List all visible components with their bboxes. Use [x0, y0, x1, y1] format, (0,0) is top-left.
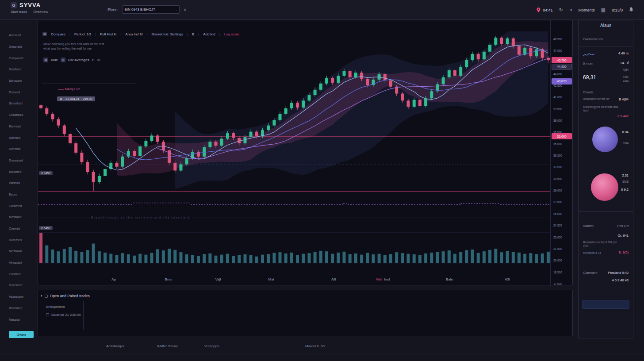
- tool-item[interactable]: Doseaced: [0, 155, 38, 166]
- ratio-label: 8:13/0: [612, 8, 623, 12]
- chevron-down-icon[interactable]: ▾: [92, 58, 94, 62]
- moments-label[interactable]: Moments: [579, 8, 595, 12]
- toolbar-item[interactable]: Area Ind M: [125, 32, 142, 36]
- status-item-4[interactable]: Marcel 6. 00: [305, 344, 325, 348]
- double-chevron-icon[interactable]: »: [184, 7, 187, 12]
- price-tag-purple: 43,070: [552, 78, 572, 84]
- mid-value-2: SMS: [622, 180, 629, 183]
- tool-item[interactable]: Aroomed: [0, 166, 38, 177]
- status-item-1[interactable]: Adssberger: [106, 344, 124, 348]
- tool-item[interactable]: Asseadom: [0, 291, 38, 303]
- bars-icon[interactable]: ▤: [61, 58, 65, 62]
- sparkline-icon: [583, 51, 595, 59]
- tool-item[interactable]: Brammed: [0, 303, 38, 314]
- secondary-value: 4(84: [623, 68, 629, 71]
- price-tick: 18,500: [553, 271, 562, 274]
- toolbar-item[interactable]: Full Hist H: [100, 32, 116, 36]
- tool-item[interactable]: Doremed: [0, 234, 38, 246]
- rail-action-button[interactable]: Gwen: [9, 331, 34, 338]
- price-tick: 20,000: [553, 259, 562, 262]
- watermark-text: Breakthrough at the territory and the st…: [91, 216, 190, 219]
- status-item-3[interactable]: Vutagriph: [204, 344, 219, 348]
- trades-checkbox[interactable]: [45, 295, 48, 298]
- search-label: Elven: [107, 8, 118, 12]
- divider: [42, 84, 137, 84]
- tool-item[interactable]: Messaad: [0, 211, 38, 223]
- add-indicator-button[interactable]: +0: [96, 58, 100, 62]
- tool-item[interactable]: Coastraad: [0, 109, 38, 121]
- tool-item[interactable]: Messod: [0, 314, 38, 325]
- price-tick: 17,000: [553, 282, 562, 285]
- time-axis-label: Vajl: [215, 277, 221, 281]
- nav-overview[interactable]: Overview: [33, 10, 48, 14]
- time-axis[interactable]: ApBruuVajlMaiAlilWal hodBaleA3l: [38, 264, 551, 286]
- toolbar-item[interactable]: Compare: [51, 32, 65, 36]
- indicator-value-box[interactable]: B 21,884.21 215.00: [57, 96, 95, 101]
- tool-item[interactable]: Esom: [0, 189, 38, 200]
- price-tick: 38,000: [553, 119, 562, 122]
- tool-item[interactable]: Poawad: [0, 86, 38, 98]
- toolbar-item[interactable]: Period: 1G: [74, 32, 91, 36]
- contrast-icon[interactable]: ◑: [569, 8, 572, 12]
- stats-line-2: Minimum a 04: [583, 251, 619, 255]
- price-tick: 32,000: [553, 165, 562, 169]
- tool-item[interactable]: Banswed: [0, 75, 38, 87]
- tool-item[interactable]: Coewed: [0, 223, 38, 234]
- divider: [579, 211, 633, 212]
- tool-item[interactable]: Doseread: [0, 280, 38, 291]
- chart-legend: ▦ Blue ▤ Bar Averages ▾ +0: [43, 58, 100, 62]
- refresh-icon[interactable]: ↻: [559, 8, 563, 12]
- toolbar-item[interactable]: Log scale: [224, 32, 239, 36]
- time-axis-label: Bale: [446, 277, 453, 281]
- overview-section-label[interactable]: Overview non: [583, 37, 603, 41]
- divider: [0, 354, 644, 354]
- tool-item[interactable]: Coamed: [0, 268, 38, 280]
- tool-item[interactable]: Inasead: [0, 177, 38, 189]
- mid-value-3: 0 9:2: [621, 188, 629, 192]
- chart-type-icon[interactable]: ▦: [42, 32, 47, 36]
- grid-icon[interactable]: ▦: [601, 8, 606, 12]
- price-chart[interactable]: [38, 31, 551, 264]
- toolbar-item[interactable]: Market Ind: Settings: [152, 32, 183, 36]
- legend-item-bar-averages[interactable]: Bar Averages: [68, 58, 89, 62]
- tool-item[interactable]: Greanard: [0, 41, 38, 53]
- status-bar: Adssberger 0-Mhz Szene Vutagriph Marcel …: [0, 342, 644, 352]
- stats-accent-value: B. 9(0): [618, 250, 629, 254]
- col-value-2: 4/64: [623, 80, 629, 83]
- nav-start-trade[interactable]: Start trade: [11, 10, 27, 14]
- toolbar-item[interactable]: Add Ind: [203, 32, 215, 36]
- alert-pin-icon[interactable]: [537, 6, 540, 14]
- toolbar-item[interactable]: B: [192, 32, 194, 36]
- time-label: 04:41: [543, 8, 553, 12]
- tool-item[interactable]: Alarmed: [0, 132, 38, 143]
- tool-item[interactable]: Saalbard: [0, 64, 38, 75]
- description-line-2: Marketing the best was and land: [583, 105, 619, 112]
- price-tag-pink: 36,000: [552, 133, 572, 139]
- balance-checkbox[interactable]: [46, 313, 49, 316]
- tool-item[interactable]: Bremsed: [0, 121, 38, 132]
- tool-item[interactable]: Messawd: [0, 246, 38, 257]
- topbar: G SYVVA Start trade Overview Elven BIN 0…: [0, 0, 644, 20]
- time-axis-label: Ap: [111, 277, 116, 281]
- collapse-caret-icon[interactable]: ▾: [41, 294, 42, 298]
- candles-icon[interactable]: ▦: [43, 58, 48, 62]
- legend-item-blue[interactable]: Blue: [51, 58, 58, 62]
- bell-icon[interactable]: [629, 7, 633, 13]
- trades-panel: ▾ Open and Paired trades Britisprenen Ba…: [38, 290, 573, 336]
- left-toolbar-list: AnaseedGreanardCasywoodSaalbardBanswedPo…: [0, 20, 38, 325]
- price-tick: 24,500: [553, 224, 562, 227]
- chart-info-line2: what was for writing the wall for me: [43, 46, 104, 51]
- tool-item[interactable]: Anaseed: [0, 30, 38, 41]
- ticker-input[interactable]: BIN 0943 BISHOJT :: [122, 5, 180, 14]
- tool-item[interactable]: Dimema: [0, 143, 38, 155]
- tool-item[interactable]: Greamed: [0, 200, 38, 211]
- panel-action-button[interactable]: [582, 300, 629, 309]
- tool-item[interactable]: Casywood: [0, 52, 38, 64]
- status-item-2[interactable]: 0-Mhz Szene: [157, 344, 178, 348]
- tool-item[interactable]: Seterrbod: [0, 98, 38, 109]
- tool-item[interactable]: Airwaved: [0, 257, 38, 269]
- topbar-actions: 04:41 ↻ ◑ Moments ▦ 8:13/0: [537, 0, 633, 20]
- price-axis[interactable]: 48,50047,00045,50044,00042,50041,00039,5…: [550, 20, 572, 286]
- price-tick: 41,000: [553, 96, 562, 99]
- trading-app: G SYVVA Start trade Overview Elven BIN 0…: [0, 0, 644, 361]
